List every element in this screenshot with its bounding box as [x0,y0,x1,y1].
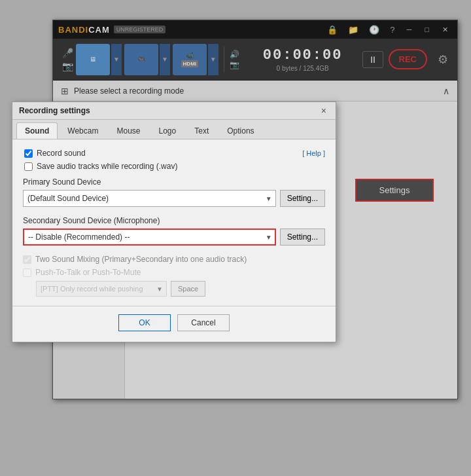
ptt-mode-row: [PTT] Only record while pushing ▼ Space [36,281,325,297]
save-audio-checkbox[interactable] [24,162,33,171]
record-sound-checkbox[interactable] [24,149,33,158]
secondary-device-group: Secondary Sound Device (Microphone) -- D… [23,216,325,246]
save-audio-label: Save audio tracks while recording (.wav) [37,162,177,171]
secondary-device-label: Secondary Sound Device (Microphone) [23,216,325,225]
dialog-body: Record sound [ Help ] Save audio tracks … [12,139,336,306]
secondary-select-wrapper: -- Disable (Recommended) -- ▼ [23,229,276,246]
primary-select-wrapper: (Default Sound Device) ▼ [23,190,276,207]
options-section: Two Sound Mixing (Primary+Secondary into… [23,255,325,297]
dialog-title: Recording settings [19,106,90,115]
ptt-select-wrapper: [PTT] Only record while pushing ▼ [36,281,167,297]
dialog-titlebar: Recording settings × [12,102,336,120]
record-sound-label: Record sound [37,149,86,158]
tab-sound[interactable]: Sound [16,122,58,139]
push-to-talk-checkbox [23,268,31,277]
tab-text[interactable]: Text [186,122,217,139]
ok-button[interactable]: OK [118,314,171,331]
secondary-setting-button[interactable]: Setting... [280,229,325,246]
tab-mouse[interactable]: Mouse [108,122,148,139]
primary-setting-button[interactable]: Setting... [280,190,325,207]
tab-logo[interactable]: Logo [150,122,185,139]
primary-device-label: Primary Sound Device [23,177,325,187]
two-sound-mixing-row: Two Sound Mixing (Primary+Secondary into… [23,255,325,264]
tab-webcam[interactable]: Webcam [59,122,107,139]
record-sound-row: Record sound [ Help ] [23,149,325,158]
primary-device-row: (Default Sound Device) ▼ Setting... [23,190,325,207]
primary-device-select[interactable]: (Default Sound Device) [23,190,276,207]
recording-settings-dialog: Recording settings × Sound Webcam Mouse … [12,101,336,342]
dialog-footer: OK Cancel [12,306,336,342]
ptt-mode-select: [PTT] Only record while pushing [36,281,167,297]
push-to-talk-label: Push-To-Talk or Push-To-Mute [35,268,141,277]
ptt-key-display: Space [171,281,205,297]
two-sound-mixing-checkbox [23,255,31,264]
push-to-talk-row: Push-To-Talk or Push-To-Mute [23,268,325,277]
cancel-button[interactable]: Cancel [177,314,230,331]
secondary-device-select[interactable]: -- Disable (Recommended) -- [23,229,276,246]
two-sound-mixing-label: Two Sound Mixing (Primary+Secondary into… [35,255,247,264]
primary-device-group: Primary Sound Device (Default Sound Devi… [23,177,325,207]
tab-options[interactable]: Options [218,122,262,139]
secondary-device-row: -- Disable (Recommended) -- ▼ Setting... [23,229,325,246]
dialog-tabs: Sound Webcam Mouse Logo Text Options [12,120,336,139]
help-link[interactable]: [ Help ] [302,149,325,157]
save-audio-checkbox-row: Save audio tracks while recording (.wav) [24,162,325,171]
record-sound-checkbox-row: Record sound [24,149,86,158]
dialog-close-button[interactable]: × [319,106,329,115]
